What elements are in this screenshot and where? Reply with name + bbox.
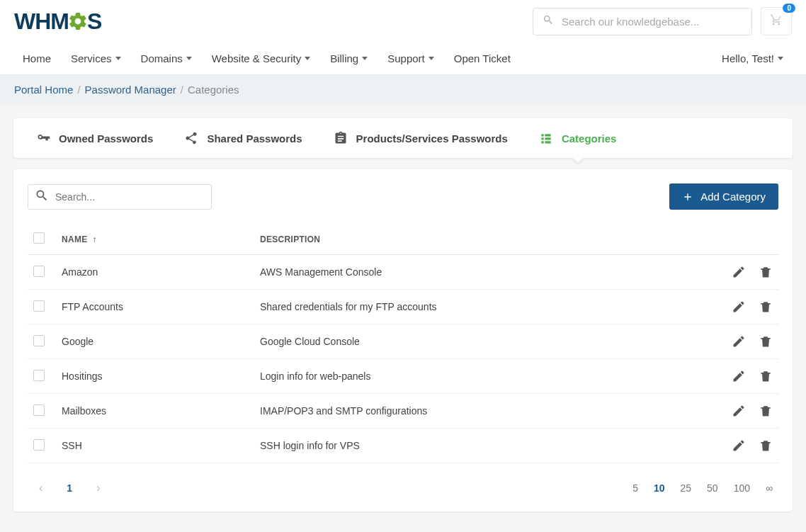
chevron-down-icon xyxy=(186,57,192,60)
user-greeting[interactable]: Hello, Test! xyxy=(713,43,792,74)
table-search-input[interactable] xyxy=(28,184,212,210)
page-size-option[interactable]: 25 xyxy=(681,482,692,494)
chevron-down-icon xyxy=(778,57,783,60)
breadcrumb-item[interactable]: Portal Home xyxy=(14,84,73,96)
add-category-button[interactable]: Add Category xyxy=(669,183,778,210)
tab-owned-passwords[interactable]: Owned Passwords xyxy=(21,118,169,158)
nav-item-support[interactable]: Support xyxy=(379,43,443,74)
cell-description: Shared credentials for my FTP accounts xyxy=(254,290,693,324)
trash-icon xyxy=(759,334,773,349)
cell-name: Google xyxy=(56,324,254,359)
cell-name: Hositings xyxy=(56,359,254,394)
page-next[interactable]: › xyxy=(91,479,106,497)
delete-button[interactable] xyxy=(759,404,773,418)
sort-asc-icon: ↑ xyxy=(92,234,96,244)
edit-button[interactable] xyxy=(732,334,746,349)
pencil-icon xyxy=(732,404,746,418)
trash-icon xyxy=(759,265,773,279)
pencil-icon xyxy=(732,438,746,453)
page-size-option[interactable]: 10 xyxy=(654,482,665,494)
search-icon xyxy=(543,14,554,28)
tab-shared-passwords[interactable]: Shared Passwords xyxy=(169,118,317,158)
nav-item-home[interactable]: Home xyxy=(14,43,59,74)
table-row: SSH SSH login info for VPS xyxy=(28,429,778,463)
pencil-icon xyxy=(732,369,746,383)
logo-text-a: WHM xyxy=(14,9,69,35)
cell-name: Amazon xyxy=(56,255,254,290)
breadcrumb: Portal Home/Password Manager/Categories xyxy=(0,75,806,104)
breadcrumb-item: Categories xyxy=(188,84,239,96)
select-all-checkbox[interactable] xyxy=(33,232,45,244)
cell-name: FTP Accounts xyxy=(56,290,254,324)
tab-categories[interactable]: Categories xyxy=(523,118,632,158)
row-checkbox[interactable] xyxy=(33,404,45,416)
cell-description: Google Cloud Console xyxy=(254,324,693,359)
row-checkbox[interactable] xyxy=(33,266,45,277)
chevron-down-icon xyxy=(305,57,310,60)
cell-description: AWS Management Console xyxy=(254,255,693,290)
row-checkbox[interactable] xyxy=(33,300,45,312)
chevron-down-icon xyxy=(428,57,434,60)
search-icon xyxy=(35,188,49,205)
gear-icon xyxy=(67,11,89,32)
trash-icon xyxy=(759,300,773,314)
delete-button[interactable] xyxy=(759,300,773,314)
delete-button[interactable] xyxy=(759,438,773,453)
cart-badge: 0 xyxy=(783,4,795,13)
cell-description: SSH login info for VPS xyxy=(254,429,693,463)
table-row: Google Google Cloud Console xyxy=(28,324,778,359)
delete-button[interactable] xyxy=(759,334,773,349)
delete-button[interactable] xyxy=(759,265,773,279)
trash-icon xyxy=(759,404,773,418)
chevron-down-icon xyxy=(362,57,368,60)
global-search xyxy=(533,8,752,35)
nav-item-billing[interactable]: Billing xyxy=(322,43,376,74)
column-description[interactable]: Description xyxy=(254,224,693,255)
nav-item-services[interactable]: Services xyxy=(62,43,130,74)
tab-products-services-passwords[interactable]: Products/Services Passwords xyxy=(318,118,523,158)
row-checkbox[interactable] xyxy=(33,335,45,346)
table-search xyxy=(28,184,212,210)
page-size-option[interactable]: 5 xyxy=(632,482,638,494)
column-name[interactable]: Name ↑ xyxy=(56,224,254,255)
edit-button[interactable] xyxy=(732,369,746,383)
row-checkbox[interactable] xyxy=(33,439,45,451)
pencil-icon xyxy=(732,300,746,314)
cart-button[interactable]: 0 xyxy=(761,7,792,35)
edit-button[interactable] xyxy=(732,265,746,279)
edit-button[interactable] xyxy=(732,404,746,418)
page-current[interactable]: 1 xyxy=(59,480,79,497)
cell-description: Login info for web-panels xyxy=(254,359,693,394)
row-checkbox[interactable] xyxy=(33,370,45,381)
list-icon xyxy=(539,131,553,145)
cell-name: Mailboxes xyxy=(56,394,254,429)
table-row: Amazon AWS Management Console xyxy=(28,255,778,290)
nav-item-domains[interactable]: Domains xyxy=(132,43,200,74)
nav-item-website-security[interactable]: Website & Security xyxy=(203,43,319,74)
delete-button[interactable] xyxy=(759,369,773,383)
table-row: Hositings Login info for web-panels xyxy=(28,359,778,394)
edit-button[interactable] xyxy=(732,438,746,453)
page-prev[interactable]: ‹ xyxy=(33,479,48,497)
pencil-icon xyxy=(732,265,746,279)
search-input[interactable] xyxy=(533,8,752,35)
page-size-option[interactable]: 100 xyxy=(734,482,750,494)
logo-text-b: S xyxy=(87,9,101,35)
nav-item-open-ticket[interactable]: Open Ticket xyxy=(445,43,519,74)
edit-button[interactable] xyxy=(732,300,746,314)
page-size-option[interactable]: ∞ xyxy=(766,482,773,494)
table-row: Mailboxes IMAP/POP3 and SMTP configurati… xyxy=(28,394,778,429)
page-size-option[interactable]: 50 xyxy=(707,482,718,494)
footer: Powered by WHMCompleteSolution xyxy=(0,526,806,532)
clipboard-icon xyxy=(334,131,348,145)
cell-name: SSH xyxy=(56,429,254,463)
trash-icon xyxy=(759,438,773,453)
brand-logo[interactable]: WHM S xyxy=(14,9,101,35)
share-icon xyxy=(184,131,198,145)
key-icon xyxy=(36,131,50,145)
table-row: FTP Accounts Shared credentials for my F… xyxy=(28,290,778,324)
plus-icon xyxy=(682,191,693,203)
pencil-icon xyxy=(732,334,746,349)
cell-description: IMAP/POP3 and SMTP configurations xyxy=(254,394,693,429)
breadcrumb-item[interactable]: Password Manager xyxy=(85,84,176,96)
